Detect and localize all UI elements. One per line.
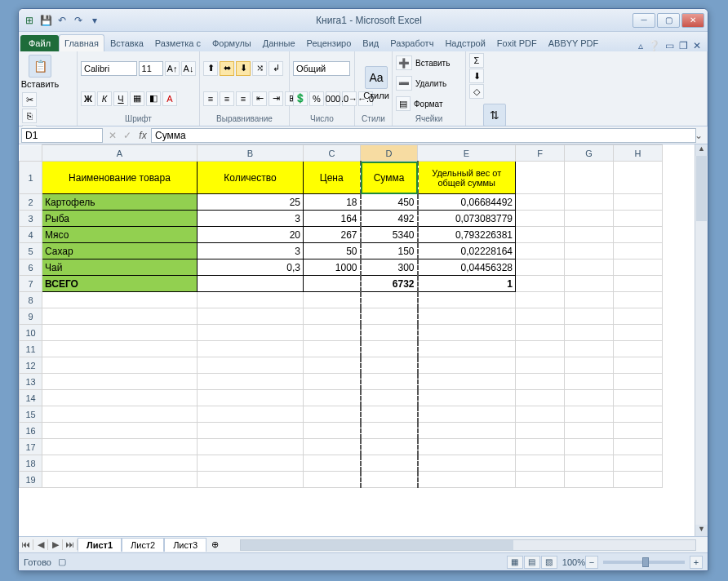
bold-button[interactable]: Ж — [81, 91, 95, 106]
cell-F10[interactable] — [516, 325, 565, 341]
currency-button[interactable]: 💲 — [293, 91, 308, 106]
cell-E11[interactable] — [418, 341, 516, 357]
cell-B13[interactable] — [198, 374, 304, 390]
font-color-button[interactable]: A — [162, 91, 177, 106]
cell-B19[interactable] — [198, 472, 304, 488]
cell-F7[interactable] — [516, 276, 565, 292]
cell-B18[interactable] — [198, 455, 304, 472]
cell-E7[interactable]: 1 — [418, 276, 516, 292]
cell-H13[interactable] — [614, 374, 663, 390]
cell-D15[interactable] — [361, 406, 418, 423]
page-break-view-button[interactable]: ▧ — [541, 556, 557, 569]
cell-A18[interactable] — [42, 455, 198, 472]
cell-C8[interactable] — [304, 292, 361, 308]
decrease-indent-button[interactable]: ⇤ — [252, 91, 267, 106]
cell-D11[interactable] — [361, 341, 418, 357]
excel-icon[interactable]: ⊞ — [22, 13, 37, 28]
cell-B6[interactable]: 0,3 — [198, 259, 304, 276]
cell-C10[interactable] — [304, 325, 361, 341]
cell-E5[interactable]: 0,02228164 — [418, 243, 516, 259]
col-header-E[interactable]: E — [418, 145, 516, 162]
cell-H1[interactable] — [614, 162, 663, 194]
cell-B16[interactable] — [198, 423, 304, 439]
sheet-prev-icon[interactable]: ◀ — [33, 539, 48, 550]
cell-D4[interactable]: 5340 — [361, 227, 418, 243]
zoom-slider[interactable] — [603, 561, 685, 564]
cut-button[interactable]: ✂ — [22, 92, 37, 107]
cell-H7[interactable] — [614, 276, 663, 292]
cell-C4[interactable]: 267 — [304, 227, 361, 243]
cell-D3[interactable]: 492 — [361, 211, 418, 227]
close-button[interactable]: ✕ — [681, 13, 704, 28]
cell-C17[interactable] — [304, 439, 361, 455]
underline-button[interactable]: Ч — [113, 91, 128, 106]
row-header-17[interactable]: 17 — [20, 439, 42, 455]
macro-record-icon[interactable]: ▢ — [58, 557, 66, 567]
percent-button[interactable]: % — [309, 91, 324, 106]
cell-C1[interactable]: Цена — [304, 162, 361, 194]
cell-B15[interactable] — [198, 406, 304, 423]
vertical-scrollbar[interactable]: ▲ ▼ — [695, 144, 708, 536]
cell-G14[interactable] — [565, 390, 614, 406]
col-header-F[interactable]: F — [516, 145, 565, 162]
cell-D16[interactable] — [361, 423, 418, 439]
scroll-thumb[interactable] — [696, 156, 707, 221]
cell-A9[interactable] — [42, 308, 198, 325]
row-header-2[interactable]: 2 — [20, 194, 42, 211]
row-header-15[interactable]: 15 — [20, 406, 42, 423]
cell-G4[interactable] — [565, 227, 614, 243]
horizontal-scrollbar[interactable] — [240, 539, 696, 551]
sheet-tab-1[interactable]: Лист2 — [122, 538, 164, 552]
format-cells-button[interactable]: ▤ — [396, 96, 411, 111]
cell-C18[interactable] — [304, 455, 361, 472]
row-header-18[interactable]: 18 — [20, 455, 42, 472]
font-name-combo[interactable]: Calibri — [81, 61, 137, 76]
cell-F4[interactable] — [516, 227, 565, 243]
cell-H3[interactable] — [614, 211, 663, 227]
cell-E1[interactable]: Удельный вес от общей суммы — [418, 162, 516, 194]
row-header-9[interactable]: 9 — [20, 308, 42, 325]
cell-G10[interactable] — [565, 325, 614, 341]
cell-D2[interactable]: 450 — [361, 194, 418, 211]
delete-cells-button[interactable]: ➖ — [396, 76, 412, 91]
fx-icon[interactable]: fx — [135, 130, 151, 141]
cell-A10[interactable] — [42, 325, 198, 341]
cell-G13[interactable] — [565, 374, 614, 390]
cell-A17[interactable] — [42, 439, 198, 455]
clear-button[interactable]: ◇ — [469, 84, 484, 99]
normal-view-button[interactable]: ▦ — [507, 556, 523, 569]
cell-E13[interactable] — [418, 374, 516, 390]
mdi-minimize-icon[interactable]: ▭ — [665, 40, 674, 51]
cell-E14[interactable] — [418, 390, 516, 406]
cell-H4[interactable] — [614, 227, 663, 243]
cell-C11[interactable] — [304, 341, 361, 357]
qat-more-icon[interactable]: ▾ — [87, 13, 102, 28]
ribbon-tab-1[interactable]: Вставка — [104, 34, 149, 51]
cell-B1[interactable]: Количество — [198, 162, 304, 194]
cell-H17[interactable] — [614, 439, 663, 455]
comma-button[interactable]: 000 — [326, 91, 340, 106]
cell-A12[interactable] — [42, 357, 198, 374]
cell-H19[interactable] — [614, 472, 663, 488]
cell-C14[interactable] — [304, 390, 361, 406]
cell-A1[interactable]: Наименование товара — [42, 162, 198, 194]
hscroll-thumb[interactable] — [241, 540, 513, 550]
cell-B10[interactable] — [198, 325, 304, 341]
cell-F5[interactable] — [516, 243, 565, 259]
ribbon-tab-6[interactable]: Вид — [357, 34, 384, 51]
grow-font-button[interactable]: A↑ — [165, 61, 180, 76]
ribbon-tab-3[interactable]: Формулы — [206, 34, 257, 51]
page-layout-view-button[interactable]: ▤ — [524, 556, 540, 569]
row-header-4[interactable]: 4 — [20, 227, 42, 243]
wrap-text-button[interactable]: ↲ — [269, 61, 283, 76]
cell-H16[interactable] — [614, 423, 663, 439]
cell-D9[interactable] — [361, 308, 418, 325]
cell-D1[interactable]: Сумма — [361, 162, 418, 194]
col-header-H[interactable]: H — [614, 145, 663, 162]
row-header-6[interactable]: 6 — [20, 259, 42, 276]
accept-formula-icon[interactable]: ✓ — [120, 130, 135, 141]
align-left-button[interactable]: ≡ — [203, 91, 218, 106]
cell-E12[interactable] — [418, 357, 516, 374]
cell-A4[interactable]: Мясо — [42, 227, 198, 243]
ribbon-tab-7[interactable]: Разработч — [384, 34, 439, 51]
